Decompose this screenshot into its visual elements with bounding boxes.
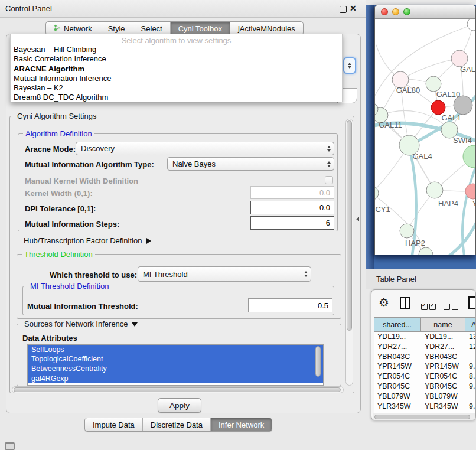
aracne-mode-value: Discovery	[76, 144, 324, 153]
popup-prompt: Select algorithm to view settings	[11, 34, 342, 45]
column-header-a[interactable]: A	[465, 318, 476, 331]
expand-arrow-icon[interactable]	[146, 238, 151, 244]
dpi-tolerance-field[interactable]: 0.0	[250, 201, 334, 214]
table-cell: 12	[465, 342, 475, 352]
attribute-item-betweennesscentrality[interactable]: BetweennessCentrality	[28, 364, 323, 373]
settings-horizontal-scrollbar[interactable]	[12, 386, 344, 393]
bottom-tab-impute-data[interactable]: Impute Data	[85, 418, 143, 431]
combo-spinner-icon	[324, 161, 334, 167]
mi-threshold-field[interactable]: 0.5	[248, 298, 332, 312]
algorithm-option-bayesian-hill-climbing[interactable]: Bayesian – Hill Climbing	[11, 45, 342, 54]
network-node[interactable]	[467, 19, 476, 31]
panel-collapse-arrow-icon[interactable]	[356, 217, 359, 221]
group-title: MI Threshold Definition	[28, 282, 111, 291]
table-row[interactable]: YER054CYER054C8.	[374, 371, 475, 381]
sources-title-label: Sources for Network Inference	[24, 319, 128, 328]
gear-icon[interactable]: ⚙	[379, 295, 389, 309]
table-row[interactable]: YDR27...YDR27...12	[374, 342, 475, 352]
table-horizontal-scrollbar-thumb[interactable]	[374, 415, 470, 419]
table-cell: YBR045C	[374, 381, 421, 392]
table-cell: YPR145W	[374, 361, 421, 371]
network-node-hap2[interactable]	[400, 224, 414, 238]
hub-section-toggle[interactable]: Hub/Transcription Factor Definition	[24, 236, 151, 245]
network-node-hap4[interactable]	[426, 182, 443, 198]
mi-algorithm-type-select[interactable]: Naive Bayes	[167, 157, 334, 171]
aracne-mode-select[interactable]: Discovery	[76, 142, 334, 155]
mi-algorithm-type-label: Mutual Information Algorithm Type:	[25, 160, 154, 169]
combo-spinner-icon	[345, 63, 354, 69]
algorithm-select-popup: Select algorithm to view settings Bayesi…	[10, 34, 343, 102]
close-icon[interactable]: ✕	[350, 4, 357, 13]
attribute-item-topologicalcoefficient[interactable]: TopologicalCoefficient	[28, 354, 323, 364]
select-all-checkboxes-icon[interactable]	[421, 302, 438, 312]
network-canvas[interactable]: GALGAL80GAL10GAL1GAL11SWI4GAL4GCY1HAP4YH…	[375, 19, 476, 255]
attribute-item-selfloops[interactable]: SelfLoops	[28, 345, 323, 354]
data-attributes-label: Data Attributes	[22, 334, 77, 343]
network-edge[interactable]	[400, 58, 459, 80]
kernel-width-field[interactable]: 0.0	[250, 186, 334, 199]
table-row[interactable]: YBL079WYBL079W	[374, 392, 475, 402]
deselect-all-checkboxes-icon[interactable]	[444, 302, 460, 312]
columns-icon[interactable]	[400, 297, 410, 309]
network-node-label: GAL11	[379, 120, 402, 129]
algorithm-option-dream8-dc-tdc-algorithm[interactable]: Dream8 DC_TDC Algorithm	[11, 93, 342, 102]
tab-cyni-toolbox[interactable]: Cyni Toolbox	[171, 22, 230, 35]
minimize-traffic-light-icon[interactable]	[392, 8, 399, 15]
bottom-tab-impute-data-label: Impute Data	[93, 420, 135, 429]
algorithm-option-basic-correlation-inference[interactable]: Basic Correlation Inference	[11, 54, 342, 64]
apply-button[interactable]: Apply	[158, 398, 201, 413]
table-cell: YDL19...	[421, 332, 465, 342]
bottom-tab-infer-network-label: Infer Network	[219, 420, 264, 429]
table-horizontal-scrollbar[interactable]	[373, 413, 475, 420]
table-cell: YBR043C	[421, 352, 465, 362]
tab-select[interactable]: Select	[133, 22, 171, 35]
column-header-name[interactable]: name	[421, 318, 465, 331]
settings-vertical-scrollbar[interactable]	[345, 119, 353, 386]
tab-jactivemnodules[interactable]: jActiveMNodules	[230, 22, 303, 35]
tab-network-label: Network	[64, 24, 92, 33]
kernel-width-label: Kernel Width (0,1):	[25, 189, 93, 198]
settings-vertical-scrollbar-thumb[interactable]	[347, 120, 352, 331]
network-window-titlebar[interactable]	[375, 5, 475, 19]
attribute-item-gal4rgexp[interactable]: gal4RGexp	[28, 374, 323, 383]
mi-steps-field[interactable]: 6	[250, 216, 334, 230]
network-node-label: Y	[472, 199, 476, 208]
algorithm-option-aracne-algorithm[interactable]: ARACNE Algorithm	[11, 64, 342, 74]
network-node-gal[interactable]	[451, 50, 468, 67]
network-node[interactable]	[463, 145, 476, 168]
bottom-tab-discretize-data[interactable]: Discretize Data	[143, 418, 211, 431]
algorithm-option-mutual-information-inference[interactable]: Mutual Information Inference	[11, 74, 342, 83]
network-node-gal1[interactable]	[431, 100, 445, 115]
table-row[interactable]: YBR045CYBR045C9.	[374, 381, 475, 392]
table-row[interactable]: YPR145WYPR145W9.	[374, 361, 475, 371]
network-tab-icon	[54, 24, 61, 33]
tab-style[interactable]: Style	[100, 22, 133, 35]
mi-algorithm-type-value: Naive Bayes	[168, 159, 324, 168]
export-table-icon[interactable]	[468, 296, 476, 309]
aracne-mode-label: Aracne Mode:	[25, 145, 76, 154]
tab-style-label: Style	[108, 24, 125, 33]
table-cell: YPR145W	[421, 361, 465, 371]
data-attributes-list[interactable]: SelfLoopsTopologicalCoefficientBetweenne…	[27, 344, 324, 386]
manual-kernel-width-checkbox[interactable]	[325, 176, 333, 184]
close-traffic-light-icon[interactable]	[381, 8, 388, 15]
zoom-traffic-light-icon[interactable]	[403, 8, 410, 15]
inference-algorithm-combo-fragment[interactable]	[343, 57, 356, 74]
table-row[interactable]: YLR345WYLR345W9.	[374, 402, 475, 412]
network-edge[interactable]	[445, 214, 476, 255]
bottom-tab-infer-network[interactable]: Infer Network	[211, 418, 272, 431]
settings-horizontal-scrollbar-thumb[interactable]	[14, 387, 341, 392]
table-cell: YDR27...	[374, 342, 421, 352]
tab-network[interactable]: Network	[46, 22, 100, 35]
sources-group-title[interactable]: Sources for Network Inference	[22, 319, 140, 328]
tab-jactivemnodules-label: jActiveMNodules	[238, 24, 295, 33]
algorithm-option-bayesian-k2[interactable]: Bayesian – K2	[11, 83, 342, 93]
which-threshold-select[interactable]: MI Threshold	[138, 266, 311, 282]
collapse-arrow-icon[interactable]	[132, 322, 138, 327]
column-header-shared[interactable]: shared...	[374, 318, 421, 331]
float-window-icon[interactable]	[340, 6, 347, 13]
minimized-panel-icon[interactable]	[5, 442, 15, 450]
table-row[interactable]: YDL19...YDL19...13	[374, 332, 475, 342]
table-row[interactable]: YBR043CYBR043C	[374, 352, 475, 362]
list-scrollbar-thumb[interactable]	[315, 346, 321, 377]
